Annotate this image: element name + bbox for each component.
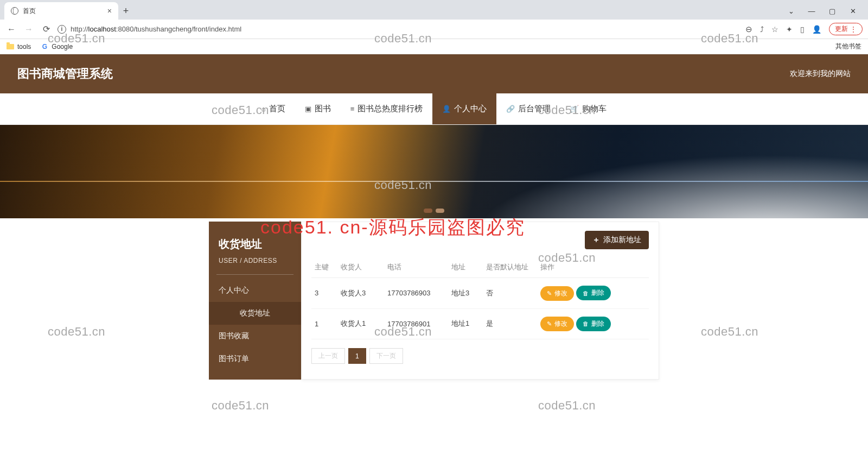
- table-row: 1收货人117703786901地址1是✎修改 🗑删除: [311, 308, 649, 339]
- add-address-label: 添加新地址: [603, 235, 641, 245]
- cell-name: 收货人3: [337, 278, 384, 309]
- watermark: code51.cn: [538, 399, 596, 413]
- col-default: 是否默认地址: [483, 257, 537, 278]
- nav-home[interactable]: ⌂首页: [252, 93, 295, 124]
- pager-prev[interactable]: 上一页: [311, 348, 345, 364]
- google-icon: G: [41, 43, 48, 51]
- brand-title: 图书商城管理系统: [17, 66, 113, 82]
- bookmarks-bar: tools GGoogle 其他书签: [0, 39, 868, 54]
- star-icon[interactable]: ☆: [771, 25, 778, 34]
- bookmark-other[interactable]: 其他书签: [832, 42, 861, 51]
- sidebar-item-orders[interactable]: 图书订单: [209, 348, 301, 370]
- cell-phone: 17703786901: [384, 308, 448, 339]
- col-ops: 操作: [537, 257, 649, 278]
- trash-icon: 🗑: [583, 290, 589, 296]
- carousel-dot[interactable]: [424, 209, 432, 213]
- address-panel: ＋ 添加新地址 主键 收货人 电话 地址 是否默认地址 操作 3收货人31770…: [301, 222, 659, 380]
- cell-default: 否: [483, 278, 537, 309]
- nav-admin[interactable]: 🔗后台管理: [496, 93, 560, 124]
- book-icon: ▣: [305, 105, 311, 113]
- edit-button[interactable]: ✎修改: [540, 286, 574, 301]
- window-maximize-icon[interactable]: ▢: [827, 7, 838, 15]
- window-close-icon[interactable]: ✕: [847, 7, 858, 15]
- cell-addr: 地址3: [448, 278, 483, 309]
- cell-default: 是: [483, 308, 537, 339]
- url-path: :8080/tushushangcheng/front/index.html: [116, 25, 241, 33]
- window-controls: ⌄ — ▢ ✕: [786, 7, 864, 15]
- sidepanel-icon[interactable]: ▯: [800, 25, 805, 34]
- close-tab-icon[interactable]: ×: [107, 7, 112, 15]
- delete-button[interactable]: 🗑删除: [576, 286, 611, 300]
- profile-icon[interactable]: 👤: [812, 25, 821, 34]
- forward-icon[interactable]: →: [23, 24, 35, 34]
- url-host: localhost: [88, 25, 116, 33]
- share-icon[interactable]: ⤴: [760, 25, 764, 34]
- sidebar-item-address[interactable]: 收货地址: [209, 302, 301, 325]
- nav-user-center[interactable]: 👤个人中心: [432, 93, 496, 124]
- globe-icon: [11, 7, 18, 15]
- edit-button[interactable]: ✎修改: [540, 317, 574, 331]
- table-row: 3收货人317703786903地址3否✎修改 🗑删除: [311, 278, 649, 309]
- site-info-icon[interactable]: i: [58, 25, 66, 34]
- browser-chrome: 首页 × + ⌄ — ▢ ✕ ← → ⟳ i http://localhost:…: [0, 0, 868, 54]
- cell-id: 1: [311, 308, 337, 339]
- back-icon[interactable]: ←: [5, 24, 17, 34]
- col-id: 主键: [311, 257, 337, 278]
- sidebar-subtitle: USER / ADDRESS: [209, 255, 301, 271]
- site-header: 图书商城管理系统 欢迎来到我的网站: [0, 54, 868, 93]
- window-minimize-icon[interactable]: —: [806, 7, 817, 15]
- bookmark-google[interactable]: GGoogle: [41, 43, 73, 51]
- trash-icon: 🗑: [583, 320, 589, 327]
- address-bar: ← → ⟳ i http://localhost:8080/tushushang…: [0, 20, 868, 39]
- new-tab-button[interactable]: +: [118, 5, 133, 17]
- cart-icon: 🛒: [570, 105, 579, 113]
- col-name: 收货人: [337, 257, 384, 278]
- link-icon: 🔗: [506, 105, 515, 113]
- add-address-button[interactable]: ＋ 添加新地址: [585, 231, 649, 249]
- plus-icon: ＋: [592, 235, 600, 245]
- sidebar-title: 收货地址: [209, 237, 301, 255]
- watermark: code51.cn: [212, 399, 269, 413]
- update-label: 更新: [835, 24, 848, 34]
- sidebar-item-user-center[interactable]: 个人中心: [209, 279, 301, 302]
- address-table: 主键 收货人 电话 地址 是否默认地址 操作 3收货人317703786903地…: [311, 257, 649, 339]
- hero-banner: [0, 125, 868, 218]
- carousel-dot[interactable]: [436, 209, 444, 213]
- pager-page-1[interactable]: 1: [348, 348, 366, 364]
- sidebar-divider: [216, 274, 293, 275]
- cell-id: 3: [311, 278, 337, 309]
- pencil-icon: ✎: [547, 290, 552, 297]
- zoom-icon[interactable]: ⊖: [745, 24, 752, 34]
- col-phone: 电话: [384, 257, 448, 278]
- url-prefix: http://: [71, 25, 88, 33]
- toolbar-right: ⊖ ⤴ ☆ ✦ ▯ 👤 更新 ⋮: [745, 23, 863, 35]
- sidebar-item-favorites[interactable]: 图书收藏: [209, 325, 301, 348]
- window-expand-icon[interactable]: ⌄: [786, 7, 796, 15]
- cell-ops: ✎修改 🗑删除: [537, 278, 649, 309]
- carousel-dots[interactable]: [424, 209, 444, 213]
- cell-addr: 地址1: [448, 308, 483, 339]
- browser-tab[interactable]: 首页 ×: [4, 2, 118, 20]
- delete-button[interactable]: 🗑删除: [576, 317, 611, 331]
- welcome-text: 欢迎来到我的网站: [790, 69, 851, 79]
- nav-ranking[interactable]: ≡图书总热度排行榜: [341, 93, 433, 124]
- kebab-icon: ⋮: [850, 26, 857, 33]
- pencil-icon: ✎: [547, 320, 552, 327]
- user-icon: 👤: [442, 105, 451, 113]
- update-button[interactable]: 更新 ⋮: [829, 23, 863, 35]
- bookmark-tools[interactable]: tools: [7, 43, 31, 51]
- sidebar: 收货地址 USER / ADDRESS 个人中心 收货地址 图书收藏 图书订单: [209, 222, 301, 380]
- url-box[interactable]: i http://localhost:8080/tushushangcheng/…: [58, 25, 740, 34]
- nav-books[interactable]: ▣图书: [295, 93, 341, 124]
- home-icon: ⌂: [261, 105, 266, 113]
- tab-title: 首页: [23, 7, 36, 16]
- url-text: http://localhost:8080/tushushangcheng/fr…: [71, 25, 241, 33]
- cell-ops: ✎修改 🗑删除: [537, 308, 649, 339]
- table-header-row: 主键 收货人 电话 地址 是否默认地址 操作: [311, 257, 649, 278]
- nav-cart[interactable]: 🛒购物车: [560, 93, 616, 124]
- tab-bar: 首页 × + ⌄ — ▢ ✕: [0, 0, 868, 20]
- pager-next[interactable]: 下一页: [369, 348, 403, 364]
- reload-icon[interactable]: ⟳: [40, 24, 52, 34]
- extensions-icon[interactable]: ✦: [786, 25, 793, 34]
- main-nav: ⌂首页 ▣图书 ≡图书总热度排行榜 👤个人中心 🔗后台管理 🛒购物车: [0, 93, 868, 125]
